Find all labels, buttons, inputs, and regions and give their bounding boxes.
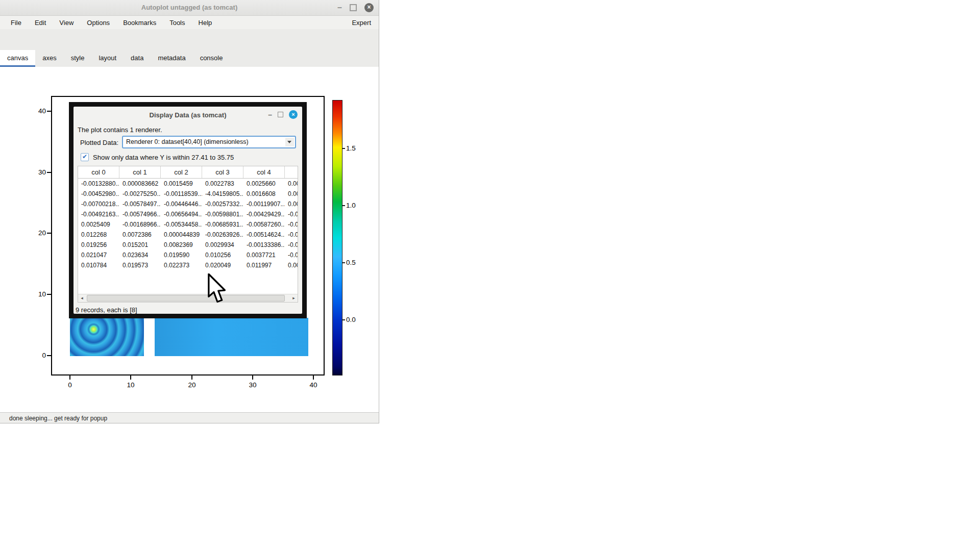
table-header-cell[interactable]: col 4 xyxy=(243,166,285,178)
table-cell[interactable]: -0.00656494... xyxy=(161,209,202,219)
tab-canvas[interactable]: canvas xyxy=(0,50,35,67)
table-cell[interactable]: 0.0015459 xyxy=(161,179,202,189)
menu-item-tools[interactable]: Tools xyxy=(163,19,191,27)
scroll-left-icon[interactable]: ◂ xyxy=(78,294,86,302)
table-cell[interactable]: -0.00132880... xyxy=(78,179,119,189)
table-cell[interactable]: 0.010256 xyxy=(202,250,243,260)
table-cell[interactable]: 0.0072386 xyxy=(119,230,161,240)
table-cell[interactable]: 0.00 xyxy=(285,189,298,199)
table-cell[interactable]: -0.0 xyxy=(285,240,298,250)
close-icon[interactable]: × xyxy=(364,3,374,12)
table-cell[interactable]: -0.00700218... xyxy=(78,199,119,209)
plotted-data-value: Renderer 0: dataset[40,40] (dimensionles… xyxy=(126,138,249,145)
table-cell[interactable]: 0.0025409 xyxy=(78,219,119,230)
table-cell[interactable]: -0.00263926... xyxy=(202,230,243,240)
table-cell[interactable]: 0.0022783 xyxy=(202,179,243,189)
dialog-close-icon[interactable]: × xyxy=(289,110,298,119)
plotted-data-chevron-icon[interactable] xyxy=(285,138,294,146)
table-cell[interactable]: 0.00 xyxy=(285,199,298,209)
table-cell[interactable]: -0.0 xyxy=(285,230,298,240)
y-tick-label: 10 xyxy=(26,290,46,298)
table-cell[interactable]: -0.00587260... xyxy=(243,219,285,230)
menu-item-file[interactable]: File xyxy=(4,19,28,27)
heatmap-flat-patch[interactable] xyxy=(155,318,308,356)
table-cell[interactable]: -0.0 xyxy=(285,219,298,230)
table-cell[interactable]: 0.023634 xyxy=(119,250,161,260)
dialog-minimize-icon[interactable]: – xyxy=(268,112,272,117)
table-cell[interactable]: 0.012268 xyxy=(78,230,119,240)
maximize-icon[interactable] xyxy=(350,4,357,11)
table-header-cell[interactable]: col 3 xyxy=(202,166,243,178)
heatmap-ripples-patch[interactable] xyxy=(70,318,144,356)
table-header-cell[interactable]: col 2 xyxy=(161,166,202,178)
table-cell[interactable]: 0.0025660 xyxy=(243,179,285,189)
table-cell[interactable]: -0.00118539... xyxy=(161,189,202,199)
menu-item-view[interactable]: View xyxy=(53,19,80,27)
table-cell[interactable]: -0.00534458... xyxy=(161,219,202,230)
horizontal-scrollbar[interactable]: ◂ ▸ xyxy=(78,294,298,302)
table-cell[interactable]: 0.021047 xyxy=(78,250,119,260)
table-cell[interactable]: 0.011997 xyxy=(243,260,285,270)
table-cell[interactable]: 0.015201 xyxy=(119,240,161,250)
table-header-cell[interactable] xyxy=(285,166,298,178)
tab-data[interactable]: data xyxy=(124,50,151,67)
scrollbar-track[interactable] xyxy=(86,294,290,302)
table-cell[interactable]: -0.00685931... xyxy=(202,219,243,230)
tab-console[interactable]: console xyxy=(193,50,230,67)
menu-item-bookmarks[interactable]: Bookmarks xyxy=(116,19,163,27)
table-cell[interactable]: -0.0 xyxy=(285,250,298,260)
table-cell[interactable]: -0.00452980... xyxy=(78,189,119,199)
table-row: -0.00452980...-0.00275250...-0.00118539.… xyxy=(78,189,298,199)
table-cell[interactable]: -0.00514624... xyxy=(243,230,285,240)
table-cell[interactable]: 0.000044839 xyxy=(161,230,202,240)
scrollbar-thumb[interactable] xyxy=(87,295,285,302)
table-cell[interactable]: 0.0037721 xyxy=(243,250,285,260)
y-tick-label: 40 xyxy=(26,107,46,115)
table-cell[interactable]: 0.019573 xyxy=(119,260,161,270)
table-cell[interactable]: -0.00133386... xyxy=(243,240,285,250)
table-cell[interactable]: -0.00492163... xyxy=(78,209,119,219)
colorbar-tick-label: 1.5 xyxy=(346,144,356,152)
table-cell[interactable]: -4.04159805... xyxy=(202,189,243,199)
table-cell[interactable]: -0.00578497... xyxy=(119,199,161,209)
table-header-cell[interactable]: col 0 xyxy=(78,166,119,178)
minimize-icon[interactable]: – xyxy=(337,4,342,11)
table-cell[interactable]: 0.0029934 xyxy=(202,240,243,250)
table-cell[interactable]: 0.010784 xyxy=(78,260,119,270)
filter-checkbox[interactable]: ✔ xyxy=(81,153,89,161)
window-titlebar[interactable]: Autoplot untagged (as tomcat) – × xyxy=(0,0,379,16)
table-cell[interactable]: 0.00 xyxy=(285,179,298,189)
table-cell[interactable]: 0.000083662 xyxy=(119,179,161,189)
table-cell[interactable]: 0.0016608 xyxy=(243,189,285,199)
table-cell[interactable]: -0.00275250... xyxy=(119,189,161,199)
table-cell[interactable]: -0.00257332... xyxy=(202,199,243,209)
table-cell[interactable]: 0.019256 xyxy=(78,240,119,250)
expert-toggle[interactable]: Expert xyxy=(352,19,371,27)
menu-item-options[interactable]: Options xyxy=(80,19,116,27)
tab-style[interactable]: style xyxy=(64,50,92,67)
tab-metadata[interactable]: metadata xyxy=(151,50,192,67)
table-header-cell[interactable]: col 1 xyxy=(119,166,161,178)
table-cell[interactable]: -0.00119907... xyxy=(243,199,285,209)
table-cell[interactable]: 0.022373 xyxy=(161,260,202,270)
table-cell[interactable]: -0.00446446... xyxy=(161,199,202,209)
menu-item-help[interactable]: Help xyxy=(192,19,219,27)
table-cell[interactable]: -0.00168966... xyxy=(119,219,161,230)
menu-item-edit[interactable]: Edit xyxy=(28,19,53,27)
plotted-data-select[interactable]: Renderer 0: dataset[40,40] (dimensionles… xyxy=(122,136,296,148)
table-cell[interactable]: 0.020049 xyxy=(202,260,243,270)
table-cell[interactable]: -0.0 xyxy=(285,209,298,219)
tab-layout[interactable]: layout xyxy=(91,50,124,67)
scroll-right-icon[interactable]: ▸ xyxy=(290,294,298,302)
table-cell[interactable]: 0.00 xyxy=(285,260,298,270)
table-cell[interactable]: -0.00598801... xyxy=(202,209,243,219)
dialog-maximize-icon[interactable] xyxy=(278,112,283,117)
table-cell[interactable]: -0.00574966... xyxy=(119,209,161,219)
table-cell[interactable]: 0.019590 xyxy=(161,250,202,260)
table-row: -0.00492163...-0.00574966...-0.00656494.… xyxy=(78,209,298,219)
table-cell[interactable]: 0.0082369 xyxy=(161,240,202,250)
tab-axes[interactable]: axes xyxy=(35,50,63,67)
x-tick-label: 20 xyxy=(181,381,203,389)
colorbar[interactable] xyxy=(332,100,342,375)
table-cell[interactable]: -0.00429429... xyxy=(243,209,285,219)
